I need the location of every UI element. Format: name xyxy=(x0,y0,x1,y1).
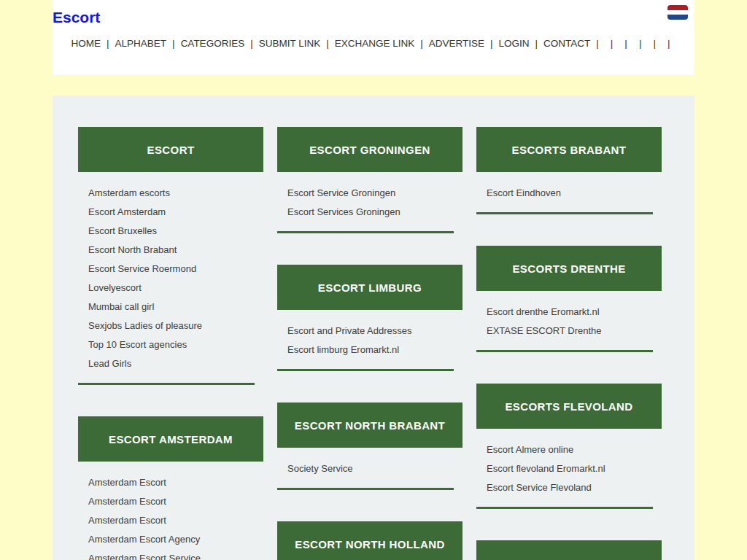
directory-link[interactable]: Escort drenthe Eromarkt.nl xyxy=(476,303,662,322)
flag-blue-stripe xyxy=(667,15,688,20)
directory-link[interactable]: Sexjobs Ladies of pleasure xyxy=(78,316,263,335)
directory-link[interactable]: Escort Eindhoven xyxy=(476,184,662,203)
section-escort-north-holland: ESCORT NORTH HOLLAND xyxy=(277,521,462,560)
page: Escort HOME|ALPHABET|CATEGORIES|SUBMIT L… xyxy=(0,0,747,560)
nav-separator: | xyxy=(535,38,538,49)
section-header-box: ESCORTS DRENTHE xyxy=(476,246,662,291)
directory-link[interactable]: Society Service xyxy=(277,459,462,478)
nav-separator: | xyxy=(420,38,423,49)
section-divider xyxy=(277,488,454,490)
section-link-list: Escort Service GroningenEscort Services … xyxy=(277,184,462,222)
directory-link[interactable]: Mumbai call girl xyxy=(78,298,263,316)
nav-separator: | xyxy=(667,38,670,49)
section-escort: ESCORTAmsterdam escortsEscort AmsterdamE… xyxy=(78,127,263,385)
section-escorts-friesland: ESCORTS FRIESLAND xyxy=(476,540,662,560)
column-middle: ESCORT GRONINGENEscort Service Groningen… xyxy=(277,127,462,560)
section-divider xyxy=(277,369,454,371)
nav-separator: | xyxy=(639,38,642,49)
nav-separator: | xyxy=(653,38,656,49)
section-escort-amsterdam: ESCORT AMSTERDAMAmsterdam EscortAmsterda… xyxy=(78,416,263,560)
flag-red-stripe xyxy=(667,5,688,10)
netherlands-flag-icon[interactable] xyxy=(667,5,688,20)
section-title: ESCORT LIMBURG xyxy=(318,281,422,294)
section-link-list: Society Service xyxy=(277,459,462,478)
directory-link[interactable]: Escort limburg Eromarkt.nl xyxy=(277,341,462,359)
directory-link[interactable]: Escort Service Groningen xyxy=(277,184,462,203)
nav-separator: | xyxy=(596,38,599,49)
section-title: ESCORTS FLEVOLAND xyxy=(505,400,632,413)
directory-link[interactable]: Escort Services Groningen xyxy=(277,203,462,222)
directory-link[interactable]: Amsterdam Escort xyxy=(78,473,263,492)
site-header: Escort HOME|ALPHABET|CATEGORIES|SUBMIT L… xyxy=(53,0,694,75)
section-escort-north-brabant: ESCORT NORTH BRABANTSociety Service xyxy=(277,402,462,490)
section-header-box: ESCORTS BRABANT xyxy=(476,127,662,172)
section-header-box: ESCORT NORTH BRABANT xyxy=(277,402,462,448)
directory-link[interactable]: Amsterdam Escort Service xyxy=(78,549,263,560)
content-area: ESCORTAmsterdam escortsEscort AmsterdamE… xyxy=(53,96,694,560)
nav-separator: | xyxy=(326,38,329,49)
section-escorts-brabant: ESCORTS BRABANTEscort Eindhoven xyxy=(476,127,662,214)
section-link-list: Amsterdam EscortAmsterdam EscortAmsterda… xyxy=(78,473,263,560)
directory-link[interactable]: Escort Amsterdam xyxy=(78,203,263,222)
nav-separator: | xyxy=(107,38,109,49)
directory-link[interactable]: Escort Service Flevoland xyxy=(476,478,662,497)
directory-link[interactable]: Amsterdam Escort xyxy=(78,511,263,530)
nav-separator: | xyxy=(490,38,493,49)
section-link-list: Escort drenthe Eromarkt.nlEXTASE ESCORT … xyxy=(476,303,662,341)
section-divider xyxy=(277,231,454,233)
section-header-box: ESCORT NORTH HOLLAND xyxy=(277,521,462,560)
site-title-link[interactable]: Escort xyxy=(53,9,100,26)
directory-link[interactable]: Escort flevoland Eromarkt.nl xyxy=(476,459,662,478)
nav-separator: | xyxy=(624,38,627,49)
directory-link[interactable]: Escort North Brabant xyxy=(78,241,263,260)
column-left: ESCORTAmsterdam escortsEscort AmsterdamE… xyxy=(78,127,263,560)
directory-link[interactable]: Top 10 Escort agencies xyxy=(78,335,263,354)
directory-link[interactable]: Amsterdam escorts xyxy=(78,184,263,203)
section-header-box: ESCORT AMSTERDAM xyxy=(78,416,263,462)
nav-separator: | xyxy=(250,38,253,49)
directory-link[interactable]: Amsterdam Escort Agency xyxy=(78,530,263,549)
nav-item-alphabet[interactable]: ALPHABET xyxy=(115,38,167,49)
section-divider xyxy=(476,350,653,352)
directory-link[interactable]: Escort Almere online xyxy=(476,440,662,459)
directory-link[interactable]: Lead Girls xyxy=(78,354,263,373)
nav-item-contact[interactable]: CONTACT xyxy=(543,38,590,49)
section-title: ESCORT NORTH BRABANT xyxy=(295,419,445,432)
section-title: ESCORTS FRIESLAND xyxy=(507,557,630,560)
section-title: ESCORT AMSTERDAM xyxy=(109,433,233,446)
nav-separator: | xyxy=(611,38,614,49)
directory-link[interactable]: Escort and Private Addresses xyxy=(277,322,462,341)
nav-item-login[interactable]: LOGIN xyxy=(499,38,530,49)
section-header-box: ESCORT GRONINGEN xyxy=(277,127,462,172)
nav-item-submit-link[interactable]: SUBMIT LINK xyxy=(259,38,321,49)
section-title: ESCORTS BRABANT xyxy=(512,144,627,156)
section-escorts-flevoland: ESCORTS FLEVOLANDEscort Almere onlineEsc… xyxy=(476,384,662,509)
section-escort-groningen: ESCORT GRONINGENEscort Service Groningen… xyxy=(277,127,462,233)
section-title: ESCORTS DRENTHE xyxy=(512,262,625,275)
nav-item-home[interactable]: HOME xyxy=(71,38,101,49)
directory-link[interactable]: Lovelyescort xyxy=(78,279,263,298)
nav-item-exchange-link[interactable]: EXCHANGE LINK xyxy=(335,38,415,49)
flag-white-stripe xyxy=(667,10,688,15)
nav-item-advertise[interactable]: ADVERTISE xyxy=(429,38,484,49)
section-divider xyxy=(78,383,255,385)
directory-link[interactable]: Escort Service Roermond xyxy=(78,260,263,279)
nav-separator: | xyxy=(172,38,175,49)
directory-link[interactable]: Amsterdam Escort xyxy=(78,492,263,511)
section-divider xyxy=(476,212,653,214)
column-right: ESCORTS BRABANTEscort EindhovenESCORTS D… xyxy=(476,127,662,560)
section-divider xyxy=(476,507,653,509)
section-title: ESCORT NORTH HOLLAND xyxy=(295,538,445,551)
section-title: ESCORT xyxy=(147,144,195,156)
section-link-list: Escort Almere onlineEscort flevoland Ero… xyxy=(476,440,662,497)
section-header-box: ESCORT xyxy=(78,127,263,172)
section-escorts-drenthe: ESCORTS DRENTHEEscort drenthe Eromarkt.n… xyxy=(476,246,662,352)
section-title: ESCORT GRONINGEN xyxy=(309,144,430,156)
directory-link[interactable]: Escort Bruxelles xyxy=(78,222,263,241)
directory-link[interactable]: EXTASE ESCORT Drenthe xyxy=(476,322,662,341)
section-header-box: ESCORT LIMBURG xyxy=(277,265,462,310)
main-nav: HOME|ALPHABET|CATEGORIES|SUBMIT LINK|EXC… xyxy=(53,38,694,49)
nav-item-categories[interactable]: CATEGORIES xyxy=(181,38,245,49)
section-header-box: ESCORTS FRIESLAND xyxy=(476,540,662,560)
section-escort-limburg: ESCORT LIMBURGEscort and Private Address… xyxy=(277,265,462,371)
